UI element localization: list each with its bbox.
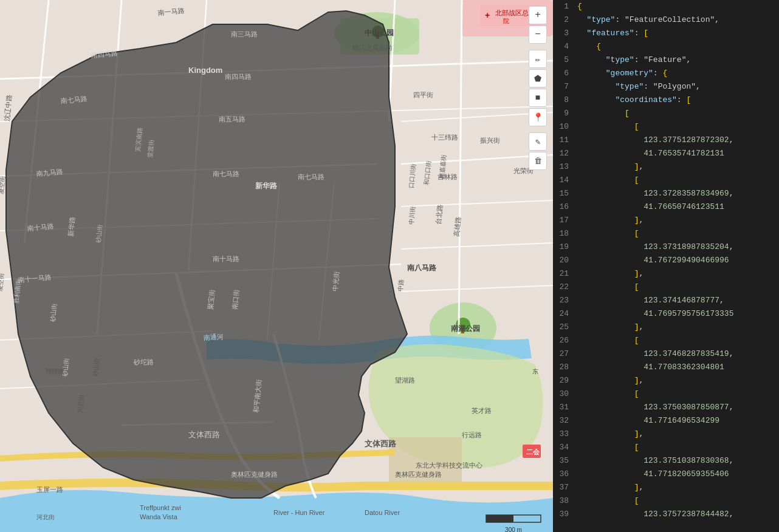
line-number: 13 bbox=[553, 160, 575, 174]
line-number: 19 bbox=[553, 240, 575, 254]
line-content: 41.7716496534299 bbox=[575, 414, 779, 428]
line-content: "features": [ bbox=[575, 27, 779, 40]
code-line: 15 123.37283587834969, bbox=[553, 187, 779, 200]
line-content: "type": "Feature", bbox=[575, 53, 779, 67]
svg-text:南五马路: 南五马路 bbox=[219, 115, 245, 123]
code-line: 13 ], bbox=[553, 160, 779, 174]
code-line: 35 123.37510387830368, bbox=[553, 454, 779, 468]
line-content: 41.7695795756173335 bbox=[575, 307, 779, 321]
line-number: 3 bbox=[553, 27, 575, 40]
code-line: 14 [ bbox=[553, 174, 779, 187]
svg-text:东: 东 bbox=[532, 368, 538, 375]
line-number: 25 bbox=[553, 321, 575, 334]
svg-text:Datou River: Datou River bbox=[365, 509, 400, 516]
svg-text:玉屏一路: 玉屏一路 bbox=[36, 486, 63, 493]
code-line: 25 ], bbox=[553, 321, 779, 334]
line-content: [ bbox=[575, 281, 779, 294]
line-content: [ bbox=[575, 174, 779, 187]
line-content: "type": "FeatureCollection", bbox=[575, 13, 779, 27]
code-line: 10 [ bbox=[553, 120, 779, 134]
line-content: "geometry": { bbox=[575, 67, 779, 80]
code-line: 34 [ bbox=[553, 441, 779, 454]
line-content: 123.37283587834969, bbox=[575, 187, 779, 200]
line-content: { bbox=[575, 40, 779, 53]
svg-text:南八马路: 南八马路 bbox=[407, 264, 437, 272]
line-number: 10 bbox=[553, 120, 575, 134]
zoom-in-button[interactable]: + bbox=[529, 6, 547, 24]
line-number: 23 bbox=[553, 294, 575, 307]
line-number: 34 bbox=[553, 441, 575, 454]
svg-text:振兴街: 振兴街 bbox=[480, 137, 500, 144]
line-number: 27 bbox=[553, 347, 575, 361]
svg-text:院: 院 bbox=[503, 18, 509, 24]
code-line: 37 ], bbox=[553, 481, 779, 494]
svg-text:砂坨路: 砂坨路 bbox=[133, 358, 154, 366]
svg-text:英才路: 英才路 bbox=[472, 407, 492, 414]
code-line: 21 ], bbox=[553, 267, 779, 281]
svg-text:望湖路: 望湖路 bbox=[395, 377, 415, 384]
svg-text:Treffpunkt zwi: Treffpunkt zwi bbox=[140, 504, 181, 511]
svg-text:四平街: 四平街 bbox=[413, 91, 433, 98]
line-number: 39 bbox=[553, 508, 575, 521]
svg-text:南三马路: 南三马路 bbox=[231, 30, 258, 38]
zoom-out-button[interactable]: − bbox=[529, 26, 547, 44]
line-number: 18 bbox=[553, 227, 575, 240]
svg-text:二会: 二会 bbox=[526, 448, 540, 455]
line-content: 41.771820659355406 bbox=[575, 468, 779, 481]
line-number: 28 bbox=[553, 361, 575, 374]
line-content: [ bbox=[575, 227, 779, 240]
svg-text:南湖公园: 南湖公园 bbox=[451, 324, 480, 333]
line-number: 11 bbox=[553, 134, 575, 147]
line-content: [ bbox=[575, 387, 779, 401]
draw-rect-button[interactable]: ■ bbox=[529, 89, 547, 107]
map-panel[interactable]: 南一马路 南四马路 南七马路 南九马路 南十马路 南十一马路 砂坨路 南三马路 … bbox=[0, 0, 553, 532]
code-line: 7 "type": "Polygon", bbox=[553, 80, 779, 94]
svg-text:文体西路: 文体西路 bbox=[188, 430, 220, 439]
pin-button[interactable]: 📍 bbox=[529, 108, 547, 126]
line-content: "type": "Polygon", bbox=[575, 80, 779, 94]
line-number: 8 bbox=[553, 94, 575, 107]
svg-text:东北大学科技交流中心: 东北大学科技交流中心 bbox=[416, 462, 482, 469]
line-number: 12 bbox=[553, 147, 575, 160]
code-panel: 1{2 "type": "FeatureCollection",3 "featu… bbox=[553, 0, 779, 532]
code-line: 8 "coordinates": [ bbox=[553, 94, 779, 107]
line-content: 123.37503087850877, bbox=[575, 401, 779, 414]
svg-text:行远路: 行远路 bbox=[462, 431, 482, 438]
line-number: 21 bbox=[553, 267, 575, 281]
line-number: 6 bbox=[553, 67, 575, 80]
code-line: 1{ bbox=[553, 0, 779, 13]
code-line: 27 123.37468287835419, bbox=[553, 347, 779, 361]
svg-text:十三纬路: 十三纬路 bbox=[431, 134, 458, 141]
svg-text:南七马路: 南七马路 bbox=[298, 173, 324, 180]
svg-text:南七马路: 南七马路 bbox=[213, 170, 239, 177]
svg-text:文体西路: 文体西路 bbox=[365, 439, 397, 448]
delete-button[interactable]: 🗑 bbox=[529, 152, 547, 170]
svg-text:中山公园: 中山公园 bbox=[365, 29, 394, 37]
svg-text:奥林匹克健身路: 奥林匹克健身路 bbox=[395, 471, 442, 478]
line-content: ], bbox=[575, 160, 779, 174]
code-line: 2 "type": "FeatureCollection", bbox=[553, 13, 779, 27]
line-content: [ bbox=[575, 441, 779, 454]
line-number: 5 bbox=[553, 53, 575, 67]
line-number: 4 bbox=[553, 40, 575, 53]
svg-text:中路: 中路 bbox=[397, 279, 405, 292]
draw-polygon-button[interactable]: ⬟ bbox=[529, 69, 547, 87]
edit-button[interactable]: ✎ bbox=[529, 132, 547, 151]
line-content: 123.374146878777, bbox=[575, 294, 779, 307]
line-content: 123.37510387830368, bbox=[575, 454, 779, 468]
draw-line-button[interactable]: ✏ bbox=[529, 50, 547, 68]
code-line: 39 123.37572387844482, bbox=[553, 508, 779, 521]
line-number: 26 bbox=[553, 334, 575, 347]
svg-text:Wanda Vista: Wanda Vista bbox=[140, 513, 178, 520]
line-number: 31 bbox=[553, 401, 575, 414]
line-number: 37 bbox=[553, 481, 575, 494]
line-content: [ bbox=[575, 494, 779, 508]
line-number: 38 bbox=[553, 494, 575, 508]
line-content: "coordinates": [ bbox=[575, 94, 779, 107]
code-editor: 1{2 "type": "FeatureCollection",3 "featu… bbox=[553, 0, 779, 521]
code-line: 20 41.767299490466996 bbox=[553, 254, 779, 267]
line-content: [ bbox=[575, 120, 779, 134]
line-number: 29 bbox=[553, 374, 575, 387]
svg-text:南十马路: 南十马路 bbox=[213, 255, 239, 262]
line-content: 123.37318987835204, bbox=[575, 240, 779, 254]
